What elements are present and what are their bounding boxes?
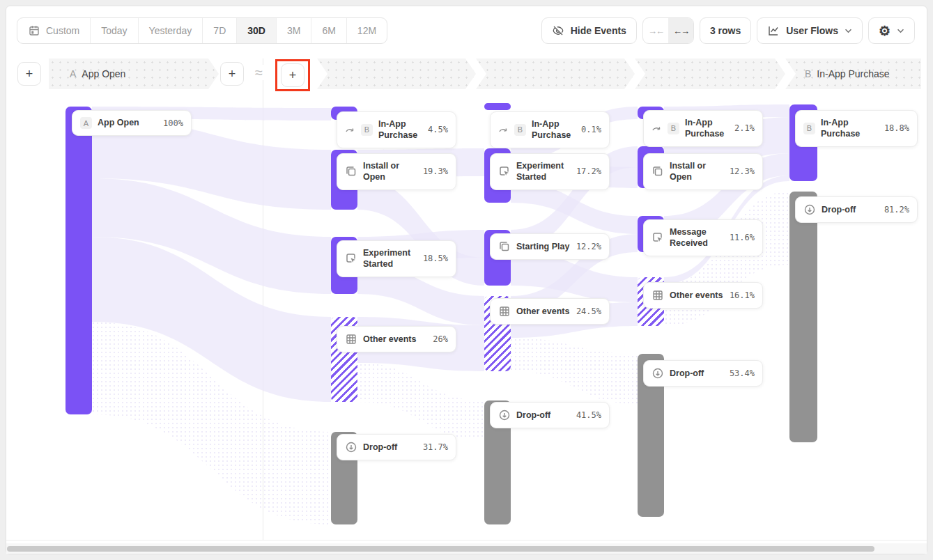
node-card-install-or-open[interactable]: Install or Open 19.3% xyxy=(337,153,456,190)
node-card-drop-off[interactable]: Drop-off 31.7% xyxy=(337,434,456,460)
chart-bottom-divider xyxy=(6,540,927,540)
node-card-install-or-open[interactable]: Install or Open 12.3% xyxy=(643,153,763,190)
node-card-in-app-purchase[interactable]: B In-App Purchase 4.5% xyxy=(337,111,456,148)
node-card-message-received[interactable]: Message Received 11.6% xyxy=(643,219,763,256)
trend-arrow-icon xyxy=(345,125,355,135)
arrow-down-circle-icon xyxy=(651,367,664,380)
node-card-app-open[interactable]: A App Open 100% xyxy=(72,110,192,136)
node-card-other-events[interactable]: Other events 16.1% xyxy=(643,282,763,309)
grid-icon xyxy=(345,333,357,345)
grid-icon xyxy=(651,289,664,302)
overlap-squares-icon xyxy=(498,240,511,253)
grid-icon xyxy=(498,305,511,318)
node-bar-drop-off[interactable] xyxy=(789,192,817,442)
user-flows-report: Custom Today Yesterday 7D 30D 3M 6M 12M … xyxy=(0,0,933,560)
node-bar-app-open[interactable] xyxy=(65,107,92,414)
node-card-drop-off[interactable]: Drop-off 41.5% xyxy=(490,402,610,428)
arrow-down-circle-icon xyxy=(498,409,511,421)
cursor-click-icon xyxy=(651,231,664,244)
node-card-other-events[interactable]: Other events 24.5% xyxy=(490,298,610,325)
overlap-squares-icon xyxy=(345,165,357,178)
step-b-badge: B xyxy=(803,123,815,134)
arrow-down-circle-icon xyxy=(345,441,357,453)
step-b-badge: B xyxy=(361,124,373,136)
trend-arrow-icon xyxy=(498,125,509,135)
horizontal-scrollbar-thumb[interactable] xyxy=(7,546,874,552)
node-card-other-events[interactable]: Other events 26% xyxy=(337,326,456,352)
arrow-down-circle-icon xyxy=(803,203,816,216)
step-b-badge: B xyxy=(668,123,679,134)
node-bar-in-app-purchase[interactable] xyxy=(484,103,511,110)
node-card-drop-off[interactable]: Drop-off 53.4% xyxy=(643,360,763,387)
node-card-experiment-started[interactable]: Experiment Started 18.5% xyxy=(337,240,456,277)
node-card-experiment-started[interactable]: Experiment Started 17.2% xyxy=(490,153,610,190)
node-card-in-app-purchase[interactable]: B In-App Purchase 0.1% xyxy=(490,111,610,148)
step-a-badge: A xyxy=(80,117,92,129)
cursor-click-icon xyxy=(345,252,357,265)
node-card-starting-play[interactable]: Starting Play 12.2% xyxy=(490,233,610,260)
step-b-badge: B xyxy=(514,124,526,136)
cursor-click-icon xyxy=(498,165,511,178)
trend-arrow-icon xyxy=(651,123,662,134)
node-card-drop-off[interactable]: Drop-off 81.2% xyxy=(795,196,918,223)
node-card-in-app-purchase[interactable]: B In-App Purchase 18.8% xyxy=(795,110,918,147)
node-card-in-app-purchase[interactable]: B In-App Purchase 2.1% xyxy=(643,110,763,147)
overlap-squares-icon xyxy=(651,165,664,178)
